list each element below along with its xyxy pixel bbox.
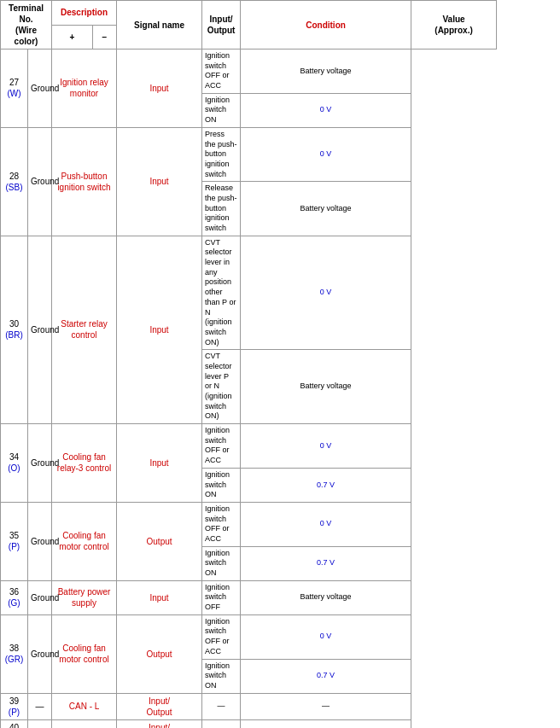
signal-34: Cooling fan relay-3 control [52, 424, 117, 503]
io-36: Input [117, 580, 202, 614]
io-39: Input/Output [117, 693, 202, 719]
cond-35-1: Ignition switch OFF or ACC [202, 502, 241, 546]
cond-38-2: Ignition switch ON [202, 659, 241, 693]
signal-27: Ignition relay monitor [52, 50, 117, 128]
val-40-1: — [241, 719, 411, 728]
io-34: Input [117, 424, 202, 503]
cond-28-2: Release the push-button ignition switch [202, 182, 241, 236]
value-header: Value (Approx.) [411, 1, 497, 50]
terminal-no-header: Terminal No.(Wire color) [1, 1, 52, 50]
cond-38-1: Ignition switch OFF or ACC [202, 614, 241, 659]
table-row: 40(L) — CAN - H Input/Output — — [1, 719, 560, 728]
description-header: Description [52, 1, 117, 26]
plus-27: Ground [28, 50, 52, 128]
plus-30: Ground [28, 236, 52, 423]
val-38-2: 0.7 V [241, 659, 411, 693]
signal-40: CAN - H [52, 719, 117, 728]
term-no-34: 34(O) [1, 424, 28, 503]
signal-38: Cooling fan motor control [52, 614, 117, 693]
plus-36: Ground [28, 580, 52, 614]
val-34-1: 0 V [241, 424, 411, 469]
term-no-36: 36(G) [1, 580, 28, 614]
cond-40-1: — [202, 719, 241, 728]
signal-28: Push-button ignition switch [52, 127, 117, 236]
val-36-1: Battery voltage [241, 580, 411, 614]
term-no-27: 27(W) [1, 50, 28, 128]
val-27-2: 0 V [241, 93, 411, 127]
plus-39: — [28, 693, 52, 719]
cond-30-1: CVT selector lever in any position other… [202, 236, 241, 350]
cond-35-2: Ignition switch ON [202, 546, 241, 580]
val-30-1: 0 V [241, 236, 411, 350]
cond-27-2: Ignition switch ON [202, 93, 241, 127]
val-35-2: 0.7 V [241, 546, 411, 580]
io-40: Input/Output [117, 719, 202, 728]
cond-34-2: Ignition switch ON [202, 468, 241, 502]
io-38: Output [117, 614, 202, 693]
term-no-30: 30(BR) [1, 236, 28, 423]
val-28-1: 0 V [241, 127, 411, 181]
val-27-1: Battery voltage [241, 50, 411, 94]
table-row: 39(P) — CAN - L Input/Output — — [1, 693, 560, 719]
condition-header: Condition [241, 1, 411, 50]
io-27: Input [117, 50, 202, 128]
io-35: Output [117, 502, 202, 580]
table-row: 30(BR) Ground Starter relay control Inpu… [1, 236, 560, 350]
signal-36: Battery power supply [52, 580, 117, 614]
signal-name-header: Signal name [117, 1, 202, 50]
term-no-38: 38(GR) [1, 614, 28, 693]
cond-39-1: — [202, 693, 241, 719]
cond-34-1: Ignition switch OFF or ACC [202, 424, 241, 469]
table-row: 28(SB) Ground Push-button ignition switc… [1, 127, 560, 181]
cond-28-1: Press the push-button ignition switch [202, 127, 241, 181]
table-row: 36(G) Ground Battery power supply Input … [1, 580, 560, 614]
val-39-1: — [241, 693, 411, 719]
io-28: Input [117, 127, 202, 236]
signal-35: Cooling fan motor control [52, 502, 117, 580]
table-row: 27(W) Ground Ignition relay monitor Inpu… [1, 50, 560, 94]
cond-27-1: Ignition switch OFF or ACC [202, 50, 241, 94]
val-38-1: 0 V [241, 614, 411, 659]
plus-28: Ground [28, 127, 52, 236]
signal-39: CAN - L [52, 693, 117, 719]
cond-36-1: Ignition switch OFF [202, 580, 241, 614]
val-34-2: 0.7 V [241, 468, 411, 502]
cond-30-2: CVT selector lever P or N (ignition swit… [202, 350, 241, 424]
table-row: 34(O) Ground Cooling fan relay-3 control… [1, 424, 560, 469]
plus-34: Ground [28, 424, 52, 503]
signal-30: Starter relay control [52, 236, 117, 423]
val-30-2: Battery voltage [241, 350, 411, 424]
val-28-2: Battery voltage [241, 182, 411, 236]
table-row: 35(P) Ground Cooling fan motor control O… [1, 502, 560, 546]
term-no-39: 39(P) [1, 693, 28, 719]
minus-header: − [93, 25, 117, 50]
io-30: Input [117, 236, 202, 423]
plus-40: — [28, 719, 52, 728]
plus-header: + [52, 25, 93, 50]
plus-35: Ground [28, 502, 52, 580]
term-no-35: 35(P) [1, 502, 28, 580]
val-35-1: 0 V [241, 502, 411, 546]
io-header: Input/ Output [202, 1, 241, 50]
term-no-28: 28(SB) [1, 127, 28, 236]
term-no-40: 40(L) [1, 719, 28, 728]
header-row-1: Terminal No.(Wire color) Description Sig… [1, 1, 560, 26]
table-row: 38(GR) Ground Cooling fan motor control … [1, 614, 560, 659]
plus-38: Ground [28, 614, 52, 693]
